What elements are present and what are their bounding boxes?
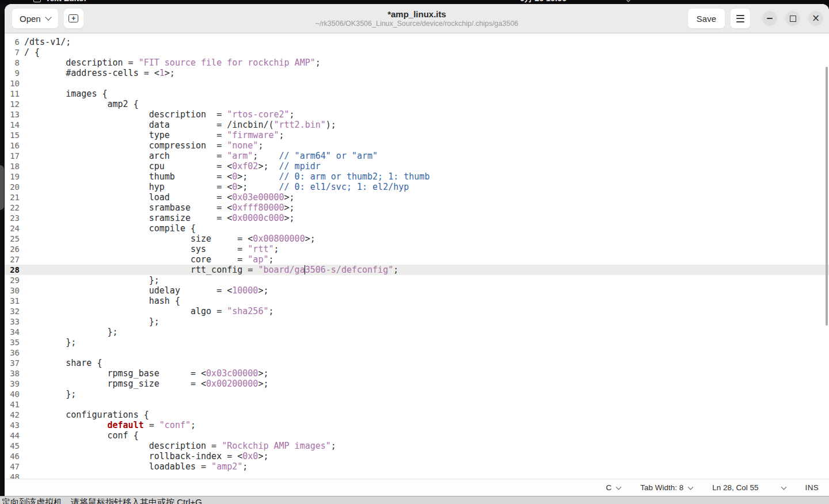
line-number: 27 bbox=[5, 254, 22, 265]
line-number: 25 bbox=[5, 234, 22, 244]
code-line[interactable]: 22 srambase = <0xfff80000>; bbox=[5, 203, 829, 213]
language-label: C bbox=[606, 483, 611, 492]
code-line[interactable]: 39 rpmsg_size = <0x00200000>; bbox=[5, 379, 829, 389]
code-text: type = "firmware"; bbox=[22, 130, 829, 140]
insert-mode-indicator[interactable]: INS bbox=[803, 483, 821, 492]
line-number: 38 bbox=[5, 368, 22, 379]
line-number: 33 bbox=[5, 316, 22, 327]
line-number: 21 bbox=[5, 192, 22, 203]
code-line[interactable]: 19 thumb = <0>; // 0: arm or thumb2; 1: … bbox=[5, 171, 829, 182]
code-line[interactable]: 18 cpu = <0xf02>; // mpidr bbox=[5, 161, 829, 171]
tab-width-label: Tab Width: 8 bbox=[640, 483, 683, 492]
code-line[interactable]: 15 type = "firmware"; bbox=[5, 130, 829, 140]
code-line[interactable]: 33 }; bbox=[5, 316, 829, 327]
code-text: #address-cells = <1>; bbox=[22, 68, 829, 78]
code-line[interactable]: 31 hash { bbox=[5, 296, 829, 306]
open-button-label: Open bbox=[20, 14, 41, 24]
tab-width-selector[interactable]: Tab Width: 8 bbox=[638, 483, 695, 492]
code-text: / { bbox=[22, 47, 829, 58]
save-button[interactable]: Save bbox=[687, 8, 725, 29]
line-number: 19 bbox=[5, 171, 22, 182]
code-line[interactable]: 40 }; bbox=[5, 389, 829, 399]
line-number: 13 bbox=[5, 109, 22, 120]
line-number: 20 bbox=[5, 182, 22, 192]
maximize-button[interactable] bbox=[785, 11, 800, 26]
app-icon bbox=[33, 0, 41, 2]
line-number: 43 bbox=[5, 420, 22, 430]
new-tab-button[interactable]: + bbox=[63, 8, 84, 29]
code-text bbox=[22, 78, 829, 89]
line-number: 39 bbox=[5, 379, 22, 389]
language-selector[interactable]: C bbox=[603, 483, 623, 492]
code-line[interactable]: 24 compile { bbox=[5, 223, 829, 234]
code-line[interactable]: 48 bbox=[5, 472, 829, 479]
code-line[interactable]: 28 rtt_config = "board/ga3506-s/defconfi… bbox=[5, 265, 829, 275]
code-line[interactable]: 42 configurations { bbox=[5, 410, 829, 420]
minimize-button[interactable] bbox=[762, 11, 777, 26]
code-line[interactable]: 21 load = <0x03e00000>; bbox=[5, 192, 829, 203]
code-line[interactable]: 29 }; bbox=[5, 275, 829, 285]
code-line[interactable]: 8 description = "FIT source file for roc… bbox=[5, 58, 829, 68]
code-line[interactable]: 47 loadables = "amp2"; bbox=[5, 461, 829, 472]
clock[interactable]: 6月 26 16:56 bbox=[520, 0, 566, 4]
code-line[interactable]: 11 images { bbox=[5, 89, 829, 99]
code-line[interactable]: 35 }; bbox=[5, 337, 829, 348]
code-line[interactable]: 13 description = "rtos-core2"; bbox=[5, 109, 829, 120]
code-line[interactable]: 10 bbox=[5, 78, 829, 89]
line-number: 46 bbox=[5, 451, 22, 461]
code-text: cpu = <0xf02>; // mpidr bbox=[22, 161, 829, 171]
minimize-icon bbox=[767, 18, 773, 19]
main-menu-button[interactable] bbox=[730, 8, 751, 29]
code-line[interactable]: 27 core = "ap"; bbox=[5, 254, 829, 265]
cursor-position-button[interactable]: Ln 28, Col 55 bbox=[710, 483, 788, 492]
code-line[interactable]: 37 share { bbox=[5, 358, 829, 368]
code-line[interactable]: 6/dts-v1/; bbox=[5, 37, 829, 47]
line-number: 28 bbox=[5, 265, 22, 275]
code-text: configurations { bbox=[22, 410, 829, 420]
chevron-down-icon bbox=[688, 484, 694, 490]
code-text: srambase = <0xfff80000>; bbox=[22, 203, 829, 213]
code-text: description = "rtos-core2"; bbox=[22, 109, 829, 120]
code-text: data = /incbin/("rtt2.bin"); bbox=[22, 120, 829, 130]
code-line[interactable]: 38 rpmsg_base = <0x03c00000>; bbox=[5, 368, 829, 379]
code-line[interactable]: 43 default = "conf"; bbox=[5, 420, 829, 430]
code-line[interactable]: 44 conf { bbox=[5, 430, 829, 441]
line-number: 22 bbox=[5, 203, 22, 213]
code-line[interactable]: 12 amp2 { bbox=[5, 99, 829, 109]
code-text: algo = "sha256"; bbox=[22, 306, 829, 316]
code-text: }; bbox=[22, 316, 829, 327]
code-line[interactable]: 45 description = "Rockchip AMP images"; bbox=[5, 441, 829, 451]
code-line[interactable]: 16 compression = "none"; bbox=[5, 140, 829, 151]
close-button[interactable]: × bbox=[808, 11, 823, 26]
maximize-icon bbox=[790, 16, 796, 22]
code-line[interactable]: 46 rollback-index = <0x0>; bbox=[5, 451, 829, 461]
code-line[interactable]: 30 udelay = <10000>; bbox=[5, 285, 829, 296]
code-line[interactable]: 14 data = /incbin/("rtt2.bin"); bbox=[5, 120, 829, 130]
code-line[interactable]: 17 arch = "arm"; // "arm64" or "arm" bbox=[5, 151, 829, 161]
code-line[interactable]: 41 bbox=[5, 399, 829, 410]
vmware-message-bar: 定向到该虚拟机，请将鼠标指针移入其中或按 Ctrl+G bbox=[0, 496, 829, 504]
code-text: compile { bbox=[22, 223, 829, 234]
header-bar: Open + *amp_linux.its ~/rk3506/OK3506_Li… bbox=[5, 4, 829, 33]
code-line[interactable]: 32 algo = "sha256"; bbox=[5, 306, 829, 316]
code-text: core = "ap"; bbox=[22, 254, 829, 265]
code-line[interactable]: 36 bbox=[5, 348, 829, 358]
focused-app-indicator[interactable]: Text Editor bbox=[33, 0, 87, 3]
code-line[interactable]: 26 sys = "rtt"; bbox=[5, 244, 829, 254]
line-number: 14 bbox=[5, 120, 22, 130]
line-number: 24 bbox=[5, 223, 22, 234]
line-number: 15 bbox=[5, 130, 22, 140]
code-text: sramsize = <0x0000c000>; bbox=[22, 213, 829, 223]
code-line[interactable]: 25 size = <0x00800000>; bbox=[5, 234, 829, 244]
code-line[interactable]: 34 }; bbox=[5, 327, 829, 337]
open-button[interactable]: Open bbox=[12, 8, 59, 29]
line-number: 44 bbox=[5, 430, 22, 441]
code-line[interactable]: 20 hyp = <0>; // 0: el1/svc; 1: el2/hyp bbox=[5, 182, 829, 192]
vertical-scrollbar[interactable] bbox=[826, 67, 828, 326]
code-line[interactable]: 7/ { bbox=[5, 47, 829, 58]
line-number: 7 bbox=[5, 47, 22, 58]
code-line[interactable]: 23 sramsize = <0x0000c000>; bbox=[5, 213, 829, 223]
code-editor[interactable]: 6/dts-v1/;7/ {8 description = "FIT sourc… bbox=[5, 33, 829, 479]
line-number: 42 bbox=[5, 410, 22, 420]
code-line[interactable]: 9 #address-cells = <1>; bbox=[5, 68, 829, 78]
